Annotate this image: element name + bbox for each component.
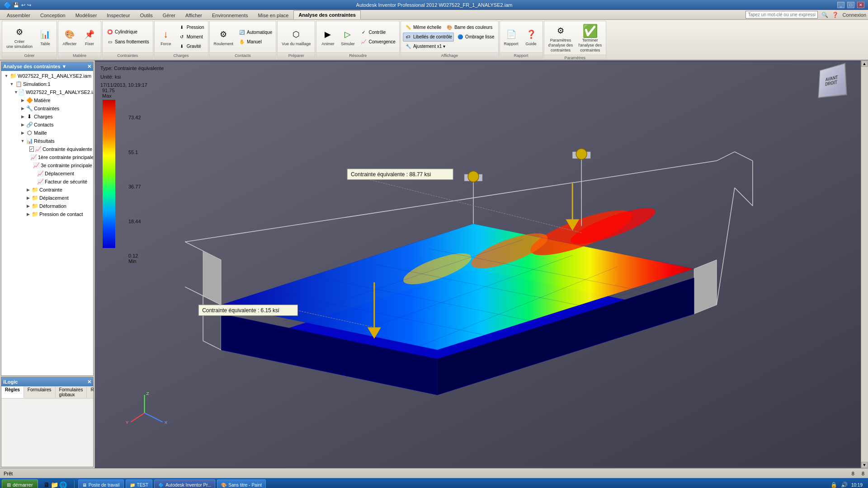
checkbox-contrainte-equiv[interactable] [29, 146, 34, 152]
search-icon[interactable]: 🔍 [821, 12, 828, 18]
minimize-button[interactable]: _ [837, 2, 844, 8]
sans-frottements-button[interactable]: ▭ Sans frottements [104, 38, 151, 47]
tree-expander-file2[interactable]: ▼ [14, 89, 18, 95]
tree-expander-matiere[interactable]: ▶ [19, 97, 26, 103]
taskbar-icon-2[interactable]: 📁 [51, 481, 58, 488]
qat-save[interactable]: 💾 [13, 2, 19, 8]
qat-redo[interactable]: ↪ [27, 2, 31, 8]
tree-expander-charges[interactable]: ▶ [19, 113, 26, 120]
taskbar-icon-1[interactable]: 🖥 [43, 481, 50, 488]
tree-expander-maille[interactable]: ▶ [19, 130, 26, 136]
tree-expander-facteur-securite[interactable] [30, 178, 37, 185]
terminer-button[interactable]: ✅ Terminerl'analyse descontraintes [576, 22, 604, 54]
ilogic-tab-formulaires[interactable]: Formulaires [24, 386, 56, 398]
tab-mise-en-place[interactable]: Mise en place [253, 11, 294, 19]
tree-expander-resultats[interactable]: ▼ [19, 138, 26, 144]
fixer-button[interactable]: 📌 Fixer [80, 26, 99, 48]
cylindrique-button[interactable]: ⭕ Cylindrique [104, 28, 139, 37]
taskbar-paint[interactable]: 🎨 Sans titre - Paint [217, 479, 266, 488]
ilogic-tab-regles[interactable]: Règles [1, 386, 24, 398]
force-button[interactable]: ↓ Force [156, 26, 175, 48]
constraints-panel-close[interactable]: ✕ [87, 64, 91, 70]
tree-expander-root-file[interactable]: ▼ [3, 73, 9, 79]
tab-conception[interactable]: Conception [35, 11, 71, 19]
tree-item-maille[interactable]: ▶⬡Maille [1, 129, 93, 137]
tree-item-3e-contrainte[interactable]: 📈3e contrainte principale [1, 161, 93, 169]
parametres-analyse-button[interactable]: ⚙ Paramètresd'analyse descontraintes [546, 22, 576, 54]
tree-item-contacts[interactable]: ▶🔗Contacts [1, 121, 93, 129]
ajustement-button[interactable]: 🔧 Ajustement x1 ▾ [403, 42, 447, 51]
taskbar-inventor[interactable]: 🔷 Autodesk Inventor Pr... [154, 479, 215, 488]
tree-item-matiere[interactable]: ▶🔶Matière [1, 96, 93, 104]
tree-item-resultats[interactable]: ▼📊Résultats [1, 137, 93, 145]
tab-afficher[interactable]: Afficher [180, 11, 207, 19]
convergence-button[interactable]: 📈 Convergence [358, 37, 397, 46]
tree-item-contrainte-equiv[interactable]: 📈Contrainte équivalente [1, 145, 93, 153]
barre-couleurs-button[interactable]: 🎨 Barre des couleurs [444, 23, 494, 32]
tab-analyse-contraintes[interactable]: Analyse des contraintes [293, 10, 361, 19]
libelles-controle-button[interactable]: 🏷 Libellés de contrôle [403, 33, 454, 42]
tree-item-facteur-securite[interactable]: 📈Facteur de sécurité [1, 178, 93, 186]
tree-item-1ere-contrainte[interactable]: 📈1ère contrainte principale [1, 153, 93, 161]
view-cube[interactable]: AVANTDROIT [816, 65, 852, 101]
connection-label[interactable]: Connexion [842, 12, 866, 18]
tree-item-deformation[interactable]: ▶📁Déformation [1, 202, 93, 210]
manuel-button[interactable]: ✋ Manuel [236, 37, 274, 46]
pression-button[interactable]: ⬇ Pression [176, 23, 206, 32]
qat-undo[interactable]: ↩ [21, 2, 25, 8]
guide-button[interactable]: ❓ Guide [522, 26, 541, 48]
tree-item-deplacement2[interactable]: ▶📁Déplacement [1, 194, 93, 202]
taskbar-icon-3[interactable]: 🌐 [59, 481, 67, 488]
affecter-button[interactable]: 🎨 Affecter [60, 26, 79, 48]
tree-item-charges[interactable]: ▶⬇Charges [1, 113, 93, 121]
moment-button[interactable]: ↺ Moment [176, 33, 206, 42]
roulement-button[interactable]: ⚙ Roulement [212, 26, 236, 48]
simuler-button[interactable]: ▷ Simuler [338, 26, 357, 48]
creer-simulation-button[interactable]: ⚙ Créerune simulation [4, 23, 35, 51]
scroll-up[interactable]: ▲ [861, 61, 868, 67]
tree-item-contraintes[interactable]: ▶🔧Contraintes [1, 104, 93, 113]
tree-item-file2[interactable]: ▼📄W027522_FR_1_ANALYSE2.iam [1, 88, 93, 96]
scroll-down[interactable]: ▼ [861, 462, 868, 468]
tree-item-pression-contact[interactable]: ▶📁Pression de contact [1, 210, 93, 218]
table-button[interactable]: 📊 Table [36, 26, 55, 48]
tab-outils[interactable]: Outils [135, 11, 158, 19]
tree-expander-contrainte2[interactable]: ▶ [25, 187, 31, 193]
ombrage-lisse-button[interactable]: 🔵 Ombrage lisse [455, 33, 496, 42]
tree-expander-sim1[interactable]: ▼ [9, 81, 15, 87]
vue-maillage-button[interactable]: ⬡ Vue du maillage [279, 26, 313, 48]
controle-button[interactable]: ✓ Contrôle [358, 28, 397, 37]
ilogic-close[interactable]: ✕ [87, 379, 91, 385]
tree-item-contrainte2[interactable]: ▶📁Contrainte [1, 186, 93, 194]
tab-modeliser[interactable]: Modéliser [71, 11, 102, 19]
start-button[interactable]: ⊞ démarrer [2, 479, 38, 488]
tab-gerer[interactable]: Gérer [158, 11, 180, 19]
ilogic-tab-formulaires-globaux[interactable]: Formulaires globaux [56, 386, 87, 398]
animer-button[interactable]: ▶ Animer [318, 26, 337, 48]
tab-inspecteur[interactable]: Inspecteur [102, 11, 135, 19]
search-input[interactable] [745, 11, 818, 19]
tree-expander-contraintes[interactable]: ▶ [19, 105, 26, 112]
close-button[interactable]: ✕ [857, 2, 864, 8]
tree-expander-pression-contact[interactable]: ▶ [25, 211, 31, 217]
tree-item-root-file[interactable]: ▼📁W027522_FR_1_ANALYSE2.iam [1, 72, 93, 80]
gravite-button[interactable]: ⬇ Gravité [176, 42, 206, 51]
tree-expander-contacts[interactable]: ▶ [19, 122, 26, 128]
tab-assembler[interactable]: Assembler [2, 11, 35, 19]
help-icon[interactable]: ❓ [832, 12, 839, 18]
right-scrollbars[interactable]: ▲ ▼ [861, 61, 868, 468]
taskbar-test[interactable]: 📁 TEST [126, 479, 153, 488]
tree-expander-contrainte-equiv[interactable] [25, 146, 29, 152]
meme-echelle-button[interactable]: 📏 Même échelle [403, 23, 443, 32]
taskbar-poste-travail[interactable]: 🖥 Poste de travail [78, 479, 124, 488]
tree-item-deplacement[interactable]: 📈Déplacement [1, 169, 93, 178]
viewport[interactable]: Contrainte équivalente : 88.77 ksi Contr… [95, 61, 861, 468]
tree-expander-deplacement2[interactable]: ▶ [25, 195, 31, 201]
tab-environnements[interactable]: Environnements [207, 11, 253, 19]
rapport-button[interactable]: 📄 Rapport [502, 26, 521, 48]
automatique-button[interactable]: 🔄 Automatique [236, 28, 274, 37]
tree-expander-deplacement[interactable] [30, 170, 37, 177]
tree-expander-deformation[interactable]: ▶ [25, 203, 31, 209]
tree-item-sim1[interactable]: ▼📋Simulation:1 [1, 80, 93, 88]
maximize-button[interactable]: □ [847, 2, 854, 8]
